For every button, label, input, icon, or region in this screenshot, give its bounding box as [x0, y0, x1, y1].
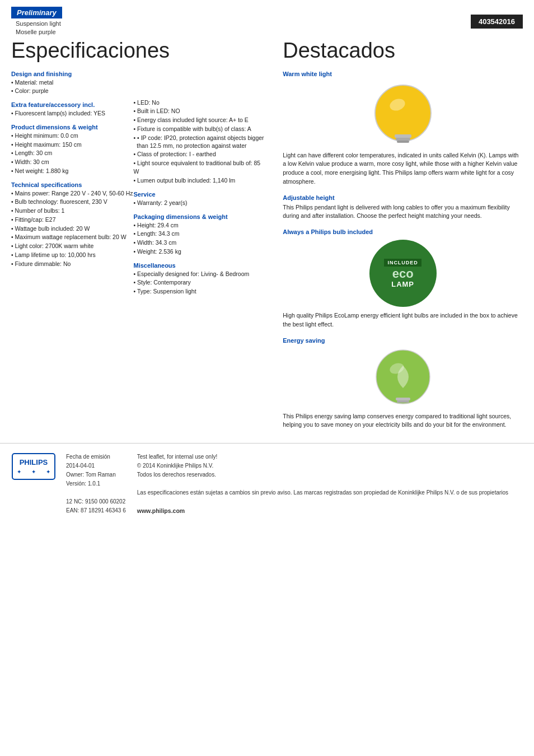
left-title: Especificaciones [11, 39, 266, 63]
product-code: 403542016 [471, 15, 523, 29]
footer-test: Test leaflet, for internal use only! [137, 452, 508, 461]
eco-lamp-badge: INCLUDED eco LAMP [369, 240, 437, 307]
eco-lamp-text: LAMP [391, 280, 414, 288]
svg-rect-3 [395, 134, 411, 138]
tech-item-2: Number of bulbs: 1 [11, 207, 134, 216]
warm-white-desc: Light can have different color temperatu… [283, 151, 523, 186]
footer-ean: EAN: 87 18291 46343 6 [66, 506, 126, 515]
led-item-5: Class of protection: I - earthed [134, 150, 266, 159]
energy-saving-section: Energy saving This Philips energy saving… [283, 337, 523, 430]
footer-version: Versión: 1.0.1 [66, 479, 126, 488]
led-item-0: LED: No [134, 99, 266, 108]
svg-rect-9 [396, 398, 410, 400]
product-subtitle: Suspension light Moselle purple [16, 20, 62, 37]
philips-logo-svg: PHILIPS ✦ ✦ ✦ [11, 452, 56, 480]
pd-item-1: Height maximum: 150 cm [11, 141, 134, 150]
eco-included-label: INCLUDED [384, 259, 421, 267]
svg-text:✦: ✦ [46, 469, 50, 475]
philips-bulb-section: Always a Philips bulb included INCLUDED … [283, 228, 523, 329]
philips-logo: PHILIPS ✦ ✦ ✦ [11, 452, 56, 482]
warm-white-title: Warm white light [283, 71, 523, 77]
main-content: Especificaciones Design and finishing Ma… [0, 39, 534, 437]
footer-nc: 12 NC: 9150 000 60202 [66, 497, 126, 506]
extra-feature-title: Extra feature/accessory incl. [11, 101, 134, 108]
led-section: LED: No Built in LED: NO Energy class in… [134, 99, 266, 185]
pd-item-4: Net weight: 1.880 kg [11, 167, 134, 176]
packaging-section: Packaging dimensions & weight Height: 29… [134, 213, 266, 256]
tech-item-7: Lamp lifetime up to: 10,000 hrs [11, 251, 134, 260]
pd-item-3: Width: 30 cm [11, 158, 134, 167]
tech-item-1: Bulb technology: fluorescent, 230 V [11, 198, 134, 207]
tech-item-4: Wattage bulb included: 20 W [11, 225, 134, 234]
packaging-title: Packaging dimensions & weight [134, 213, 266, 220]
svg-text:✦: ✦ [17, 469, 21, 475]
pack-item-3: Weight: 2.536 kg [134, 248, 266, 256]
led-item-2: Energy class included light source: A+ t… [134, 116, 266, 125]
left-cols: Design and finishing Material: metal Col… [11, 71, 266, 302]
left-subcol-1: Design and finishing Material: metal Col… [11, 71, 134, 302]
led-item-3: Fixture is compatible with bulb(s) of cl… [134, 125, 266, 134]
energy-saving-image [283, 346, 523, 408]
eco-lamp-container: INCLUDED eco LAMP [283, 240, 523, 307]
svg-rect-5 [397, 141, 409, 143]
product-dimensions-title: Product dimensions & weight [11, 124, 134, 130]
footer-col-1: Fecha de emisión 2014-04-01 Owner: Tom R… [66, 452, 126, 515]
tech-item-8: Fixture dimmable: No [11, 260, 134, 269]
header: Preliminary Suspension light Moselle pur… [0, 0, 534, 39]
right-title: Destacados [283, 39, 523, 63]
eco-text: eco [392, 268, 414, 280]
footer-owner: Owner: Tom Raman [66, 470, 126, 479]
led-item-7: Lumen output bulb included: 1,140 lm [134, 176, 266, 185]
pack-item-2: Width: 34.3 cm [134, 239, 266, 248]
adjustable-title: Adjustable height [283, 194, 523, 201]
left-subcol-2: LED: No Built in LED: NO Energy class in… [134, 71, 266, 302]
led-item-6: Light source equivalent to traditional b… [134, 159, 266, 177]
pack-item-0: Height: 29.4 cm [134, 221, 266, 230]
adjustable-section: Adjustable height This Philips pendant l… [283, 194, 523, 221]
design-item-0: Material: metal [11, 78, 134, 87]
extra-feature-item-0: Fluorescent lamp(s) included: YES [11, 109, 134, 118]
design-item-1: Color: purple [11, 87, 134, 96]
bulb-icon [369, 80, 437, 147]
svg-rect-11 [12, 454, 55, 479]
misc-item-2: Type: Suspension light [134, 287, 266, 296]
energy-saving-title: Energy saving [283, 337, 523, 344]
pd-item-0: Height minimum: 0.0 cm [11, 132, 134, 141]
left-column: Especificaciones Design and finishing Ma… [11, 39, 277, 437]
product-name: Moselle purple [16, 28, 62, 36]
svg-rect-10 [397, 400, 409, 403]
philips-bulb-desc: High quality Philips EcoLamp energy effi… [283, 311, 523, 329]
tech-item-5: Maximum wattage replacement bulb: 20 W [11, 233, 134, 242]
svg-text:PHILIPS: PHILIPS [20, 458, 48, 466]
tech-item-0: Mains power: Range 220 V - 240 V, 50-60 … [11, 189, 134, 198]
led-item-1: Built in LED: NO [134, 107, 266, 116]
service-item-0: Warranty: 2 year(s) [134, 199, 266, 208]
energy-saving-desc: This Philips energy saving lamp conserve… [283, 412, 523, 430]
service-title: Service [134, 191, 266, 198]
misc-item-0: Especially designed for: Living- & Bedro… [134, 270, 266, 279]
warm-white-section: Warm white light Light can have differen… [283, 71, 523, 186]
footer-disclaimer: Las especificaciones están sujetas a cam… [137, 488, 508, 497]
energy-bulb-icon [372, 346, 434, 408]
philips-bulb-title: Always a Philips bulb included [283, 228, 523, 235]
svg-text:✦: ✦ [31, 469, 36, 475]
footer-rights: Todos los derechos reservados. [137, 470, 508, 479]
product-type: Suspension light [16, 20, 62, 28]
footer-copyright: © 2014 Koninklijke Philips N.V. [137, 461, 508, 470]
tech-item-6: Light color: 2700K warm white [11, 242, 134, 251]
preliminary-badge: Preliminary [11, 7, 62, 18]
footer-website: www.philips.com [137, 506, 508, 516]
pack-item-1: Length: 34.3 cm [134, 230, 266, 239]
footer-date: 2014-04-01 [66, 461, 126, 470]
design-title: Design and finishing [11, 71, 134, 77]
technical-title: Technical specifications [11, 181, 134, 188]
footer-fecha-label: Fecha de emisión [66, 452, 126, 461]
led-item-4: • IP code: IP20, protection against obje… [134, 134, 266, 150]
footer-col-2: Test leaflet, for internal use only! © 2… [137, 452, 508, 516]
misc-item-1: Style: Contemporary [134, 278, 266, 287]
misc-section: Miscellaneous Especially designed for: L… [134, 262, 266, 296]
pd-item-2: Length: 30 cm [11, 149, 134, 158]
svg-rect-4 [396, 138, 410, 141]
right-column: Destacados Warm white light Light can ha… [277, 39, 523, 437]
misc-title: Miscellaneous [134, 262, 266, 269]
